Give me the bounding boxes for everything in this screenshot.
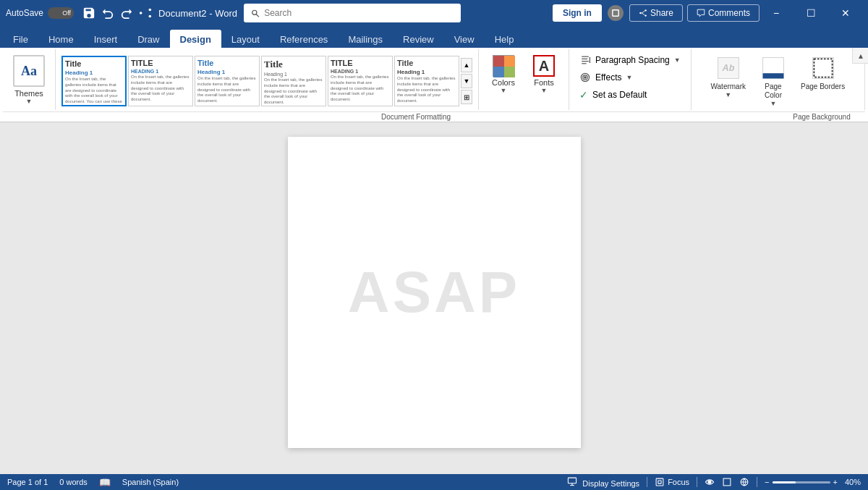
- tab-draw[interactable]: Draw: [127, 30, 169, 48]
- web-view-icon[interactable]: [739, 477, 749, 487]
- word-count: 0 words: [59, 478, 88, 486]
- tab-mailings[interactable]: Mailings: [338, 30, 393, 48]
- tab-layout[interactable]: Layout: [221, 30, 270, 48]
- save-icon[interactable]: [82, 7, 95, 20]
- swatch-blue: [493, 67, 504, 77]
- maximize-button[interactable]: ☐: [794, 0, 827, 26]
- search-input[interactable]: [264, 8, 454, 18]
- tab-review[interactable]: Review: [393, 30, 444, 48]
- tab-view[interactable]: View: [444, 30, 485, 48]
- style-item-5[interactable]: Title Heading 1 On the Insert tab, the g…: [394, 56, 459, 106]
- customize-icon[interactable]: [139, 7, 152, 20]
- svg-point-6: [644, 9, 646, 11]
- tab-file[interactable]: File: [3, 30, 38, 48]
- zoom-control: − +: [765, 478, 838, 486]
- gallery-down-arrow[interactable]: ▼: [461, 74, 472, 88]
- watermark-button[interactable]: Ab Watermark ▼: [706, 52, 750, 101]
- fonts-label: Fonts: [534, 78, 554, 87]
- autosave-toggle[interactable]: Off: [48, 7, 74, 19]
- style-item-default[interactable]: Title Heading 1 On the Insert tab, the g…: [61, 56, 127, 106]
- zoom-in-button[interactable]: +: [833, 478, 838, 486]
- proofing-icon[interactable]: 📖: [99, 477, 111, 488]
- comments-button[interactable]: Comments: [687, 4, 760, 22]
- zoom-out-button[interactable]: −: [765, 478, 769, 486]
- svg-point-7: [639, 12, 641, 14]
- svg-text:Ab: Ab: [721, 63, 734, 73]
- print-view-icon[interactable]: [722, 477, 732, 487]
- svg-rect-24: [569, 478, 576, 483]
- ribbon: Aa Themes ▼ Title Heading 1 On the Inser…: [0, 48, 868, 122]
- svg-point-8: [644, 14, 646, 16]
- redo-icon[interactable]: [120, 7, 133, 20]
- search-box[interactable]: [244, 4, 461, 22]
- effects-button[interactable]: Effects ▼: [575, 69, 637, 85]
- search-icon: [251, 9, 260, 18]
- colors-label: Colors: [492, 78, 515, 87]
- themes-group: Aa Themes ▼: [3, 49, 56, 110]
- svg-point-17: [584, 77, 586, 78]
- svg-rect-22: [812, 58, 833, 79]
- page-borders-button[interactable]: Page Borders: [796, 52, 849, 94]
- zoom-slider[interactable]: [773, 481, 830, 483]
- fonts-button[interactable]: A Fonts ▼: [525, 52, 563, 97]
- focus-label: Focus: [668, 478, 689, 486]
- paragraph-spacing-button[interactable]: Paragraph Spacing ▼: [575, 52, 685, 68]
- svg-line-10: [642, 12, 645, 15]
- style-item-3[interactable]: Title Heading 1 On the Insert tab, the g…: [261, 56, 326, 106]
- themes-button[interactable]: Aa Themes ▼: [9, 52, 49, 108]
- para-effects-content: Paragraph Spacing ▼ Effects ▼ ✓ Set as D…: [575, 52, 685, 110]
- display-settings[interactable]: Display Settings: [567, 476, 639, 488]
- themes-section-label: [3, 112, 54, 122]
- read-view-icon[interactable]: [705, 477, 715, 487]
- tab-design[interactable]: Design: [170, 30, 221, 48]
- doc-title: Document2 - Word: [152, 8, 244, 19]
- zoom-level[interactable]: 40%: [845, 478, 861, 486]
- close-button[interactable]: ✕: [829, 0, 862, 26]
- watermark-label: Watermark: [710, 83, 746, 91]
- colors-button[interactable]: Colors ▼: [485, 52, 522, 97]
- doc-formatting-label: Document Formatting: [54, 112, 778, 122]
- svg-point-29: [708, 481, 711, 483]
- autosave-state: Off: [62, 9, 71, 17]
- tab-references[interactable]: References: [270, 30, 338, 48]
- sign-in-button[interactable]: Sign in: [553, 4, 602, 22]
- window-controls: − ☐ ✕: [760, 0, 862, 26]
- watermark-text: ASAP: [348, 259, 520, 326]
- page-borders-icon: [810, 55, 836, 81]
- paragraph-spacing-label: Paragraph Spacing: [595, 55, 670, 65]
- style-item-1[interactable]: TITLE Heading 1 On the Insert tab, the g…: [128, 56, 193, 106]
- svg-line-4: [256, 14, 259, 17]
- style-item-4[interactable]: TITLE HEADING 1 On the Insert tab, the g…: [328, 56, 393, 106]
- language[interactable]: Spanish (Spain): [122, 478, 179, 486]
- tab-home[interactable]: Home: [38, 30, 84, 48]
- svg-rect-27: [656, 478, 663, 486]
- focus-icon: [655, 477, 665, 487]
- tab-insert[interactable]: Insert: [84, 30, 128, 48]
- comment-icon: [697, 9, 705, 17]
- svg-point-3: [252, 10, 257, 14]
- set-as-default-button[interactable]: ✓ Set as Default: [575, 87, 651, 103]
- page-color-button[interactable]: PageColor ▼: [756, 52, 791, 110]
- undo-icon[interactable]: [101, 7, 114, 20]
- swatch-orange: [504, 56, 515, 67]
- collapse-ribbon-button[interactable]: ▴: [852, 48, 868, 64]
- themes-group-content: Aa Themes ▼: [9, 52, 49, 110]
- minimize-button[interactable]: −: [760, 0, 793, 26]
- svg-rect-28: [658, 481, 661, 483]
- colors-fonts-content: Colors ▼ A Fonts ▼: [485, 52, 563, 110]
- document-area: ASAP: [0, 122, 868, 490]
- gallery-more-arrow[interactable]: ⊞: [461, 90, 472, 104]
- swatch-red: [493, 56, 504, 67]
- style-item-2[interactable]: Title Heading 1 On the Insert tab, the g…: [195, 56, 260, 106]
- page-background-group: Ab Watermark ▼: [692, 49, 865, 110]
- restore-icon[interactable]: [610, 8, 621, 18]
- style-gallery-group: Title Heading 1 On the Insert tab, the g…: [56, 49, 479, 110]
- tab-help[interactable]: Help: [485, 30, 524, 48]
- svg-point-0: [149, 9, 152, 12]
- focus-button[interactable]: Focus: [655, 477, 689, 487]
- page-color-icon: [760, 55, 786, 81]
- paragraph-spacing-icon: [579, 54, 591, 66]
- effects-icon: [579, 72, 591, 83]
- gallery-up-arrow[interactable]: ▲: [461, 58, 472, 72]
- share-button[interactable]: Share: [629, 4, 683, 22]
